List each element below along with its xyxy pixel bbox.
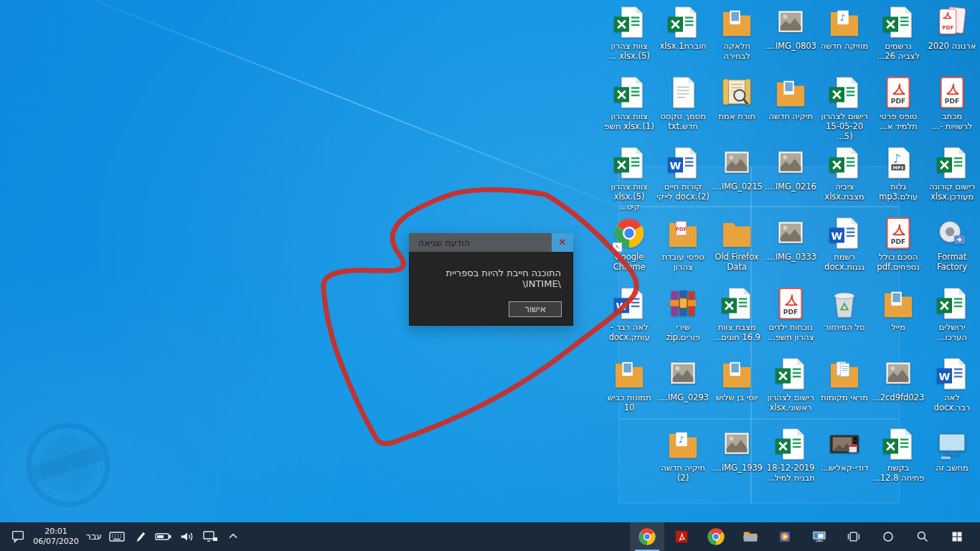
battery-icon[interactable] xyxy=(154,529,171,545)
desktop-icon[interactable]: חוברת1.xlsx xyxy=(656,6,710,51)
desktop-icon[interactable]: רשמת גננות.docx xyxy=(818,217,871,272)
desktop-icon[interactable]: מצבת צוות 16.9 חוגים... xyxy=(710,287,763,342)
desktop-icon[interactable]: נוכחות ילדים צהרון תשפ... xyxy=(764,287,817,342)
desktop-icon[interactable]: קורות חיים (2).docx לייקי xyxy=(656,146,710,202)
desktop-icon[interactable]: IMG_1939.... xyxy=(710,428,763,473)
desktop-icon[interactable]: תמונות כביש 10 xyxy=(603,357,656,413)
ff-icon xyxy=(936,217,969,250)
taskbar-file-explorer-icon[interactable] xyxy=(733,522,768,551)
desktop-icon-label: מחשב זה xyxy=(936,463,968,473)
desktop-icon[interactable]: מוזיקה חדשה xyxy=(818,6,871,51)
dialog-title: הודעת שגיאה xyxy=(418,237,470,248)
image-icon xyxy=(666,357,699,390)
desktop-icon[interactable]: תיקיה חדשה (2) xyxy=(656,428,710,483)
excel-icon xyxy=(828,76,861,109)
desktop-icon[interactable]: 2cd9fd023... xyxy=(872,357,925,402)
desktop-icon[interactable]: Format Factory xyxy=(925,217,979,272)
desktop-icon-label: 18-12-2019 תבנית למיל... xyxy=(766,463,814,483)
excel-icon xyxy=(774,357,807,390)
desktop-icon[interactable]: מייל xyxy=(872,287,925,332)
clock-date: 06/07/2020 xyxy=(33,537,79,547)
desktop-icon[interactable]: נרשמים לצביה 26... xyxy=(872,6,925,61)
desktop-icon[interactable]: בקשת פתיחה 12.8... xyxy=(872,428,925,483)
excel-icon xyxy=(774,428,807,461)
watermark-stamp xyxy=(22,418,115,512)
ok-button[interactable]: אישור xyxy=(509,301,562,317)
taskbar-chrome-2-icon[interactable] xyxy=(699,522,733,551)
desktop-icon-label: צוות צהרון (5).xlsx ... xyxy=(608,41,649,61)
desktop-icon[interactable]: צוות צהרון (1).xlsx תשפ xyxy=(603,76,656,131)
desktop-icon[interactable]: צוות צהרון (5).xlsx קיט... xyxy=(603,146,656,212)
desktop-icon[interactable]: IMG_0333.... xyxy=(764,217,817,262)
desktop-icon[interactable]: מחשב זה xyxy=(925,428,979,473)
desktop-icon-label: הסכם כולל נספחים.pdf xyxy=(877,252,919,272)
desktop-icon[interactable]: ארנונה 2020 xyxy=(925,6,979,51)
desktop-icon-label: גלות עולם.mp3 xyxy=(879,182,918,202)
pen-icon[interactable] xyxy=(133,529,147,545)
desktop-icon[interactable]: דודי-קאליש... xyxy=(818,428,871,473)
close-icon[interactable]: ✕ xyxy=(552,233,573,252)
desktop-icon[interactable]: מכתב לרשויות -... xyxy=(925,76,979,131)
foldermusic-icon xyxy=(828,6,861,39)
desktop-icon[interactable]: תורת אמת xyxy=(710,76,763,121)
taskbar-acrobat-icon[interactable] xyxy=(664,522,699,551)
desktop-icon[interactable]: 18-12-2019 תבנית למיל... xyxy=(764,428,817,483)
desktop-icon[interactable]: רישום קורונה מעודכן.xlsx xyxy=(925,146,979,202)
volume-icon[interactable] xyxy=(179,529,194,545)
desktop-icon[interactable]: לאה רבר.docx xyxy=(925,357,979,413)
folderdocs-icon xyxy=(828,357,861,390)
desktop-icon[interactable]: חלאקה לבחירה xyxy=(710,6,763,61)
desktop-icon-label: IMG_1939.... xyxy=(711,463,763,473)
desktop-icon[interactable]: IMG_0293.... xyxy=(656,357,710,402)
desktop-icon[interactable]: יוסי בן שלוש xyxy=(710,357,763,402)
desktop-icon[interactable]: תיקיה חדשה xyxy=(764,76,817,121)
pc-icon xyxy=(936,428,969,461)
taskbar-cortana-icon[interactable] xyxy=(871,522,905,551)
desktop-icon-label: מראי מקומות xyxy=(821,392,868,402)
desktop-icon[interactable]: Old Firefox Data xyxy=(710,217,763,272)
desktop-icon-label: טפסי עובדת צהרון xyxy=(661,252,704,272)
excel-icon xyxy=(936,146,969,179)
desktop-icon-label: Old Firefox Data xyxy=(715,252,758,272)
taskbar-search-icon[interactable] xyxy=(905,522,940,551)
desktop-icon[interactable]: IMG_0216.... xyxy=(764,146,817,192)
chevron-up-icon[interactable] xyxy=(226,529,240,544)
desktop-icon[interactable]: רישום לצהרון 15-05-20 (5... xyxy=(818,76,871,141)
desktop-icon[interactable]: צוות צהרון (5).xlsx ... xyxy=(603,6,656,61)
taskbar-start-icon[interactable] xyxy=(940,522,974,551)
desktop-icon[interactable]: טופס פרטי תלמיד א... xyxy=(872,76,925,131)
desktop-icon[interactable]: הסכם כולל נספחים.pdf xyxy=(872,217,925,272)
desktop-icon[interactable]: ירושלים הערכו... xyxy=(925,287,979,342)
desktop-icon[interactable]: ציביה מצבת.xlsx xyxy=(818,146,871,202)
desktop-icon[interactable]: IMG_0215.... xyxy=(710,146,763,192)
action-center-icon[interactable] xyxy=(10,529,26,545)
language-indicator[interactable]: עבר xyxy=(86,532,101,542)
desktop-icon[interactable]: רישום לצהרון ראשוני.xlsx xyxy=(764,357,817,413)
excel-icon xyxy=(882,428,915,461)
taskbar-media-player-icon[interactable] xyxy=(768,522,802,551)
taskbar-chrome-icon[interactable] xyxy=(630,522,664,551)
wallpaper-beam xyxy=(95,0,623,209)
taskbar-task-view-icon[interactable] xyxy=(837,522,871,551)
desktop-icon[interactable]: IMG_0803.... xyxy=(764,6,817,51)
touch-keyboard-icon[interactable] xyxy=(108,529,126,545)
excel-icon xyxy=(613,6,646,39)
desktop-icon[interactable]: מראי מקומות xyxy=(818,357,871,402)
desktop-icon-label: רישום לצהרון ראשוני.xlsx xyxy=(767,392,814,413)
excel-icon xyxy=(936,287,969,320)
desktop-icon[interactable]: שירי פורים.zip xyxy=(656,287,710,342)
desktop-icon-label: IMG_0293.... xyxy=(657,392,709,402)
desktop-icon-label: תורת אמת xyxy=(718,111,755,121)
dialog-titlebar[interactable]: הודעת שגיאה ✕ xyxy=(409,233,573,252)
desktop-icon[interactable]: טפסי עובדת צהרון xyxy=(656,217,710,272)
taskbar-system-icon[interactable] xyxy=(802,522,837,551)
network-icon[interactable] xyxy=(202,529,219,545)
folderimg-icon xyxy=(613,357,646,390)
taskbar-clock[interactable]: 20:01 06/07/2020 xyxy=(33,527,79,547)
desktop-icon[interactable]: מסמך טקסט חדש.txt xyxy=(656,76,710,131)
desktop-icon[interactable]: גלות עולם.mp3 xyxy=(872,146,925,202)
desktop-icon-label: טופס פרטי תלמיד א... xyxy=(879,111,917,131)
desktop-icon[interactable]: ↖Google Chrome xyxy=(603,217,656,272)
desktop-icon[interactable]: לאה רבר - עותק.docx xyxy=(603,287,656,342)
desktop-icon[interactable]: סל המיחזור xyxy=(818,287,871,332)
